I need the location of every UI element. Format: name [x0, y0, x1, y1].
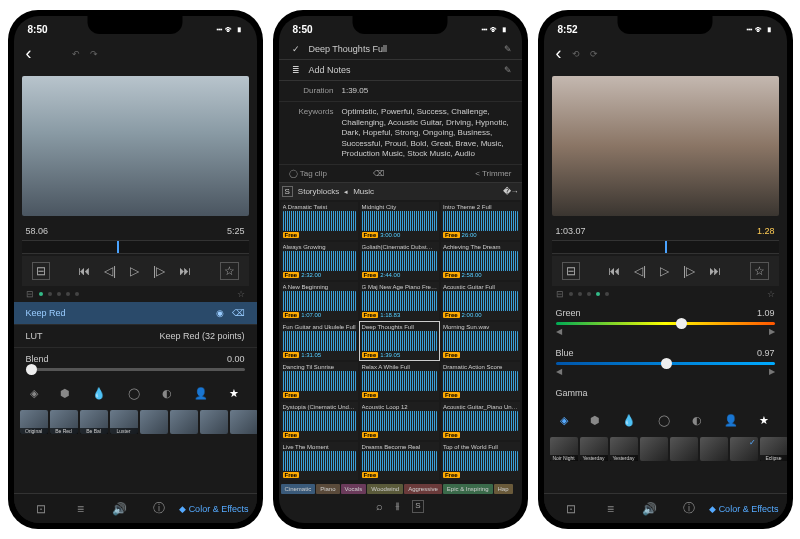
- audio-tab[interactable]: 🔊: [630, 502, 669, 516]
- timeline-ruler[interactable]: [552, 240, 779, 254]
- rotate-icon-2[interactable]: ⟳: [590, 49, 598, 59]
- info-tab[interactable]: ⓘ: [669, 500, 708, 517]
- tag-label[interactable]: Tag clip: [300, 169, 327, 178]
- category-chip[interactable]: Aggressive: [404, 484, 442, 494]
- music-clip[interactable]: Goliath(Cinematic Dubst…Free2:44.00: [360, 242, 439, 280]
- music-clip[interactable]: Always GrowingFree2:32.00: [281, 242, 358, 280]
- person-icon[interactable]: 👤: [189, 385, 213, 402]
- music-clip[interactable]: Dreams Become RealFree: [360, 442, 439, 480]
- star-button[interactable]: ☆: [750, 262, 769, 280]
- trash-icon[interactable]: ⌫: [232, 308, 245, 318]
- undo-icon[interactable]: ↶: [72, 49, 80, 59]
- color-effects-tab[interactable]: ◆ Color & Effects: [709, 504, 779, 514]
- category-chip[interactable]: Epic & Inspiring: [443, 484, 493, 494]
- play-icon[interactable]: ▷: [130, 264, 139, 278]
- gamma-slider[interactable]: Gamma: [544, 382, 787, 408]
- music-clip[interactable]: Dystopia (Cinematic Und…Free: [281, 402, 358, 440]
- preset-thumbnails[interactable]: Noir Night Yesterday Yesterday ✓ Eclipse: [544, 433, 787, 465]
- fx-button[interactable]: ⊟: [32, 262, 50, 280]
- category-chip[interactable]: Piano: [316, 484, 339, 494]
- crop-tab[interactable]: ⊡: [22, 502, 61, 516]
- step-forward-icon[interactable]: |▷: [683, 264, 695, 278]
- video-preview[interactable]: [552, 76, 779, 216]
- library-header[interactable]: S Storyblocks ◂ Music �→: [279, 183, 522, 200]
- play-icon[interactable]: ▷: [660, 264, 669, 278]
- music-clip[interactable]: G Maj New Age Piano Fre…Free1:18.83: [360, 282, 439, 320]
- diamond-icon[interactable]: ◈: [25, 385, 43, 402]
- layers-tab[interactable]: ≡: [591, 502, 630, 516]
- edit-notes-icon[interactable]: ✎: [504, 65, 512, 75]
- music-clip[interactable]: Acoustic Loop 12Free: [360, 402, 439, 440]
- music-clip[interactable]: A New BeginningFree1:07.00: [281, 282, 358, 320]
- blend-slider[interactable]: Blend 0.00: [14, 348, 257, 381]
- color-effects-tab[interactable]: ◆ Color & Effects: [179, 504, 249, 514]
- step-forward-icon[interactable]: |▷: [153, 264, 165, 278]
- music-clip[interactable]: Top of the World FullFree: [441, 442, 520, 480]
- person-icon[interactable]: 👤: [719, 412, 743, 429]
- music-clip[interactable]: Relax A While FullFree: [360, 362, 439, 400]
- trimmer-link[interactable]: < Trimmer: [475, 169, 511, 178]
- music-clip[interactable]: Deep Thoughts FullFree1:39.05: [360, 322, 439, 360]
- music-clip[interactable]: Acoustic Guitar FullFree2:00.00: [441, 282, 520, 320]
- music-clip[interactable]: Fun Guitar and Ukulele FullFree1:31.05: [281, 322, 358, 360]
- drop-icon[interactable]: 💧: [87, 385, 111, 402]
- skip-back-icon[interactable]: ⏮: [78, 264, 90, 278]
- lut-row[interactable]: LUT Keep Red (32 points): [14, 325, 257, 348]
- timeline-ruler[interactable]: [22, 240, 249, 254]
- video-preview[interactable]: [22, 76, 249, 216]
- music-clip[interactable]: Morning Sun.wavFree: [441, 322, 520, 360]
- layers-tab[interactable]: ≡: [61, 502, 100, 516]
- delete-icon[interactable]: ⌫: [373, 169, 384, 178]
- category-chip[interactable]: Vocals: [341, 484, 367, 494]
- exit-icon[interactable]: �→: [503, 187, 519, 196]
- music-clip[interactable]: Acoustic Guitar_Piano Un…Free: [441, 402, 520, 440]
- category-chip[interactable]: Woodwind: [367, 484, 403, 494]
- back-button[interactable]: ‹: [26, 43, 32, 64]
- mask-icon[interactable]: ◐: [157, 385, 177, 402]
- green-slider[interactable]: Green 1.09 ◀▶: [544, 302, 787, 342]
- circle-icon[interactable]: ◯: [653, 412, 675, 429]
- info-tab[interactable]: ⓘ: [139, 500, 178, 517]
- redo-icon[interactable]: ↷: [90, 49, 98, 59]
- category-chip[interactable]: Cinematic: [281, 484, 316, 494]
- music-clip[interactable]: A Dramatic TwistFree: [281, 202, 358, 240]
- back-button[interactable]: ‹: [556, 43, 562, 64]
- tag-icon[interactable]: ◯: [289, 169, 298, 178]
- music-clip[interactable]: Live The MomentFree: [281, 442, 358, 480]
- music-clip[interactable]: Achieving The DreamFree2:58.00: [441, 242, 520, 280]
- skip-forward-icon[interactable]: ⏭: [179, 264, 191, 278]
- effect-row[interactable]: Keep Red ◉⌫: [14, 302, 257, 325]
- preset-thumbnails[interactable]: Original Be Red Be Bal Luster: [14, 406, 257, 438]
- music-clip[interactable]: Midnight CityFree3:00.00: [360, 202, 439, 240]
- music-clip[interactable]: Dramatic Action ScoreFree: [441, 362, 520, 400]
- blue-slider[interactable]: Blue 0.97 ◀▶: [544, 342, 787, 382]
- cube-icon[interactable]: ⬢: [585, 412, 605, 429]
- star-icon[interactable]: ★: [224, 385, 244, 402]
- notes-row[interactable]: ≣ Add Notes ✎: [279, 60, 522, 81]
- mask-icon[interactable]: ◐: [687, 412, 707, 429]
- star-icon[interactable]: ★: [754, 412, 774, 429]
- step-back-icon[interactable]: ◁|: [634, 264, 646, 278]
- drop-icon[interactable]: 💧: [617, 412, 641, 429]
- audio-tab[interactable]: 🔊: [100, 502, 139, 516]
- cube-icon[interactable]: ⬢: [55, 385, 75, 402]
- eye-icon[interactable]: ◉: [216, 308, 224, 318]
- title-row[interactable]: ✓ Deep Thoughts Full ✎: [279, 39, 522, 60]
- crop-tab[interactable]: ⊡: [552, 502, 591, 516]
- skip-forward-icon[interactable]: ⏭: [709, 264, 721, 278]
- diamond-icon[interactable]: ◈: [555, 412, 573, 429]
- circle-icon[interactable]: ◯: [123, 385, 145, 402]
- step-back-icon[interactable]: ◁|: [104, 264, 116, 278]
- music-clip[interactable]: Dancing Til SunriseFree: [281, 362, 358, 400]
- category-chip[interactable]: Hap: [494, 484, 513, 494]
- music-clip[interactable]: Intro Theme 2 FullFree26:00: [441, 202, 520, 240]
- category-bar[interactable]: CinematicPianoVocalsWoodwindAggressiveEp…: [279, 482, 522, 496]
- filter-icon[interactable]: ⫵: [395, 500, 400, 513]
- star-button[interactable]: ☆: [220, 262, 239, 280]
- skip-back-icon[interactable]: ⏮: [608, 264, 620, 278]
- edit-title-icon[interactable]: ✎: [504, 44, 512, 54]
- fx-button[interactable]: ⊟: [562, 262, 580, 280]
- search-icon[interactable]: ⌕: [376, 500, 383, 513]
- rotate-icon[interactable]: ⟲: [572, 49, 580, 59]
- s-filter-icon[interactable]: S: [412, 500, 423, 513]
